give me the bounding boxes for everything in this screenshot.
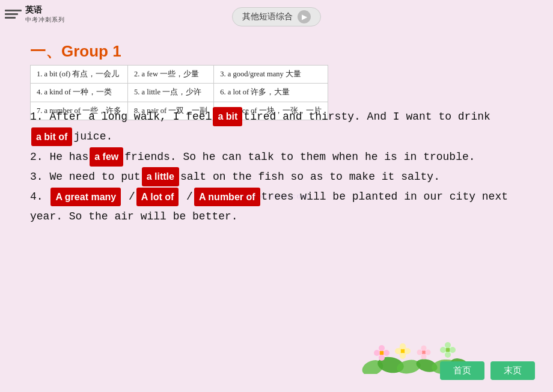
answer-4-2: A lot of (136, 188, 179, 207)
svg-point-20 (421, 346, 427, 351)
nav-button[interactable]: 其他短语综合 ▶ (232, 7, 321, 26)
svg-point-21 (421, 354, 427, 360)
sentence-3-num: 3. (30, 171, 43, 183)
logo-chinese: 中考冲刺系列 (25, 16, 65, 23)
table-cell: 3. a good/great many 大量 (214, 66, 328, 84)
answer-2-1: a few (90, 147, 123, 167)
svg-point-16 (395, 348, 401, 354)
sentence-2-num: 2. (30, 151, 43, 163)
answer-1-2: a bit of (31, 127, 72, 147)
svg-point-7 (379, 351, 384, 355)
sentence-4-text3: / (180, 191, 193, 203)
svg-point-22 (417, 350, 423, 355)
sentence-4-text1 (43, 191, 50, 203)
answer-4-3: A number of (194, 188, 260, 207)
sentence-3-text2: salt on the fish so as to make it salty. (180, 171, 440, 183)
table-cell: 6. a lot of 许多，大量 (214, 84, 328, 102)
svg-point-9 (379, 355, 385, 361)
table-cell: 2. a few 一些，少量 (128, 66, 214, 84)
table-row: 1. a bit (of) 有点，一会儿 2. a few 一些，少量 3. a… (31, 66, 328, 84)
table-cell: 1. a bit (of) 有点，一会儿 (31, 66, 128, 84)
svg-point-25 (445, 348, 450, 352)
answer-1-1: a bit (213, 107, 242, 126)
svg-point-8 (379, 345, 385, 351)
svg-point-13 (400, 349, 405, 354)
table-row: 4. a kind of 一种，一类 5. a little 一点，少许 6. … (31, 84, 328, 102)
sentence-1-text1: After a long walk, I feel (43, 111, 212, 123)
svg-point-10 (374, 350, 380, 356)
sentence-1-text2: tired and thirsty. And I want to drink (243, 111, 490, 123)
section-title: 一、Group 1 (30, 41, 121, 62)
nav-label: 其他短语综合 (242, 11, 293, 22)
sentence-2-text2: friends. So he can talk to them when he … (124, 151, 475, 163)
sentence-3: 3. We need to puta littlesalt on the fis… (30, 167, 523, 187)
logo-text: 英语 中考冲刺系列 (25, 5, 65, 23)
sentence-2-text1: He has (43, 151, 89, 163)
home-button[interactable]: 首页 (440, 361, 484, 380)
svg-point-15 (400, 353, 406, 359)
table-cell: 4. a kind of 一种，一类 (31, 84, 128, 102)
answer-4-1: A great many (50, 188, 121, 207)
main-content: 1. After a long walk, I feela bittired a… (30, 107, 523, 227)
sentence-1-num: 1. (30, 111, 43, 123)
sentence-3-text1: We need to put (43, 171, 141, 183)
logo-english: 英语 (25, 5, 65, 16)
svg-point-27 (445, 352, 451, 358)
svg-point-19 (422, 351, 426, 355)
sentence-2: 2. He hasa fewfriends. So he can talk to… (30, 147, 523, 167)
table-cell: 5. a little 一点，少许 (128, 84, 214, 102)
svg-point-29 (450, 347, 456, 353)
bottom-buttons: 首页 末页 (440, 361, 535, 380)
logo-decoration (5, 10, 22, 19)
answer-3-1: a little (142, 167, 179, 186)
header: 英语 中考冲刺系列 (5, 5, 65, 23)
svg-point-23 (426, 350, 431, 355)
svg-point-14 (400, 343, 406, 349)
svg-point-26 (445, 342, 451, 348)
sentence-1-text3: juice. (73, 130, 112, 142)
sentence-1: 1. After a long walk, I feela bittired a… (30, 107, 523, 147)
sentence-4: 4. A great many /A lot of /A number oftr… (30, 187, 523, 227)
svg-point-17 (405, 348, 411, 354)
sentence-4-text2: / (122, 191, 135, 203)
svg-point-11 (383, 350, 390, 356)
sentence-4-num: 4. (30, 191, 43, 203)
svg-point-28 (440, 347, 446, 353)
end-button[interactable]: 末页 (490, 361, 535, 380)
nav-arrow-icon[interactable]: ▶ (298, 10, 311, 23)
